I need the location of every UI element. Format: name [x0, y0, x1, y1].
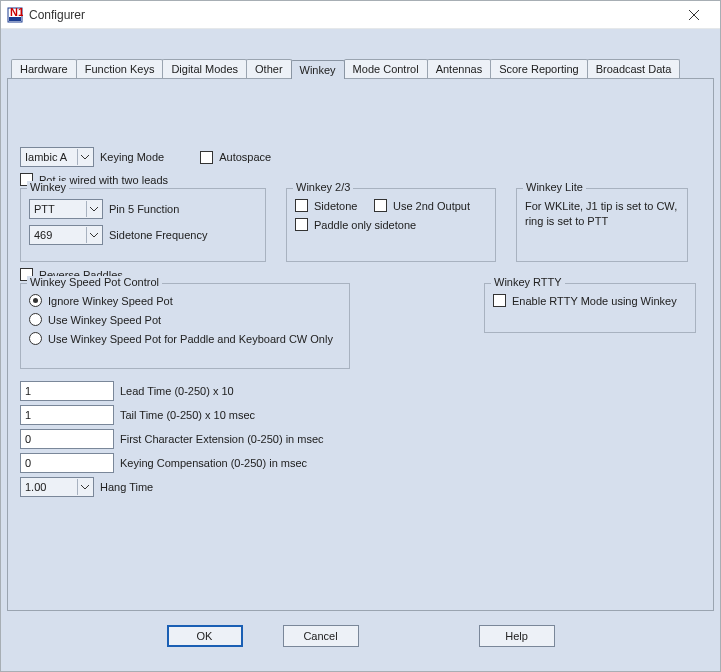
group-winkey23-legend: Winkey 2/3 — [293, 181, 353, 193]
tail-time-input[interactable] — [20, 405, 114, 425]
titlebar: N1 Configurer — [1, 1, 720, 29]
enable-rtty-label: Enable RTTY Mode using Winkey — [512, 295, 677, 307]
tab-score-reporting[interactable]: Score Reporting — [490, 59, 588, 78]
speed-pot-label-ignore: Ignore Winkey Speed Pot — [48, 295, 173, 307]
keying-comp-input[interactable] — [20, 453, 114, 473]
group-speed-pot: Winkey Speed Pot Control Ignore Winkey S… — [20, 283, 350, 369]
tab-antennas[interactable]: Antennas — [427, 59, 491, 78]
group-winkey-lite-legend: Winkey Lite — [523, 181, 586, 193]
tab-function-keys[interactable]: Function Keys — [76, 59, 164, 78]
chevron-down-icon — [86, 201, 100, 217]
paddle-only-sidetone-checkbox[interactable] — [295, 218, 308, 231]
group-winkey: Winkey PTT Pin 5 Function 469 — [20, 188, 266, 262]
tab-hardware[interactable]: Hardware — [11, 59, 77, 78]
tab-panel-winkey: Iambic A Keying Mode Autospace Pot is wi… — [7, 78, 714, 611]
lead-time-input[interactable] — [20, 381, 114, 401]
keying-mode-label: Keying Mode — [100, 151, 164, 163]
sidetone-freq-label: Sidetone Frequency — [109, 229, 207, 241]
chevron-down-icon — [77, 479, 91, 495]
enable-rtty-checkbox[interactable] — [493, 294, 506, 307]
app-icon: N1 — [7, 7, 23, 23]
keying-comp-label: Keying Compensation (0-250) in msec — [120, 457, 307, 469]
tab-broadcast-data[interactable]: Broadcast Data — [587, 59, 681, 78]
hang-time-label: Hang Time — [100, 481, 153, 493]
hang-time-select[interactable]: 1.00 — [20, 477, 94, 497]
chevron-down-icon — [86, 227, 100, 243]
paddle-only-sidetone-label: Paddle only sidetone — [314, 219, 416, 231]
close-button[interactable] — [674, 3, 714, 27]
group-winkey-lite: Winkey Lite For WKLite, J1 tip is set to… — [516, 188, 688, 262]
autospace-checkbox[interactable] — [200, 151, 213, 164]
pin5-select[interactable]: PTT — [29, 199, 103, 219]
content: Hardware Function Keys Digital Modes Oth… — [1, 29, 720, 671]
first-char-ext-input[interactable] — [20, 429, 114, 449]
group-winkey-legend: Winkey — [27, 181, 69, 193]
sidetone-freq-select[interactable]: 469 — [29, 225, 103, 245]
help-button[interactable]: Help — [479, 625, 555, 647]
svg-rect-2 — [9, 17, 21, 21]
pin5-value: PTT — [34, 203, 55, 215]
pin5-label: Pin 5 Function — [109, 203, 179, 215]
svg-text:N1: N1 — [10, 7, 23, 18]
group-rtty: Winkey RTTY Enable RTTY Mode using Winke… — [484, 283, 696, 333]
hang-time-value: 1.00 — [25, 481, 46, 493]
group-rtty-legend: Winkey RTTY — [491, 276, 565, 288]
tab-strip: Hardware Function Keys Digital Modes Oth… — [11, 59, 714, 78]
use-2nd-output-checkbox[interactable] — [374, 199, 387, 212]
group-winkey23: Winkey 2/3 Sidetone Use 2nd Output Paddl… — [286, 188, 496, 262]
tab-digital-modes[interactable]: Digital Modes — [162, 59, 247, 78]
tab-winkey[interactable]: Winkey — [291, 60, 345, 79]
keying-mode-select[interactable]: Iambic A — [20, 147, 94, 167]
tab-mode-control[interactable]: Mode Control — [344, 59, 428, 78]
sidetone-freq-value: 469 — [34, 229, 52, 241]
speed-pot-option-ignore[interactable] — [29, 294, 42, 307]
dialog-buttons: OK Cancel Help — [7, 611, 714, 661]
window-title: Configurer — [29, 8, 674, 22]
tail-time-label: Tail Time (0-250) x 10 msec — [120, 409, 255, 421]
winkey-lite-text: For WKLite, J1 tip is set to CW, ring is… — [525, 199, 679, 230]
group-speed-pot-legend: Winkey Speed Pot Control — [27, 276, 162, 288]
speed-pot-option-paddle-only[interactable] — [29, 332, 42, 345]
autospace-label: Autospace — [219, 151, 271, 163]
window: N1 Configurer Hardware Function Keys Dig… — [0, 0, 721, 672]
speed-pot-label-use: Use Winkey Speed Pot — [48, 314, 161, 326]
sidetone-checkbox[interactable] — [295, 199, 308, 212]
keying-mode-value: Iambic A — [25, 151, 67, 163]
tab-other[interactable]: Other — [246, 59, 292, 78]
lead-time-label: Lead Time (0-250) x 10 — [120, 385, 234, 397]
first-char-ext-label: First Character Extension (0-250) in mse… — [120, 433, 324, 445]
speed-pot-label-paddle-only: Use Winkey Speed Pot for Paddle and Keyb… — [48, 333, 333, 345]
sidetone-label: Sidetone — [314, 200, 368, 212]
speed-pot-option-use[interactable] — [29, 313, 42, 326]
chevron-down-icon — [77, 149, 91, 165]
use-2nd-output-label: Use 2nd Output — [393, 200, 470, 212]
ok-button[interactable]: OK — [167, 625, 243, 647]
cancel-button[interactable]: Cancel — [283, 625, 359, 647]
